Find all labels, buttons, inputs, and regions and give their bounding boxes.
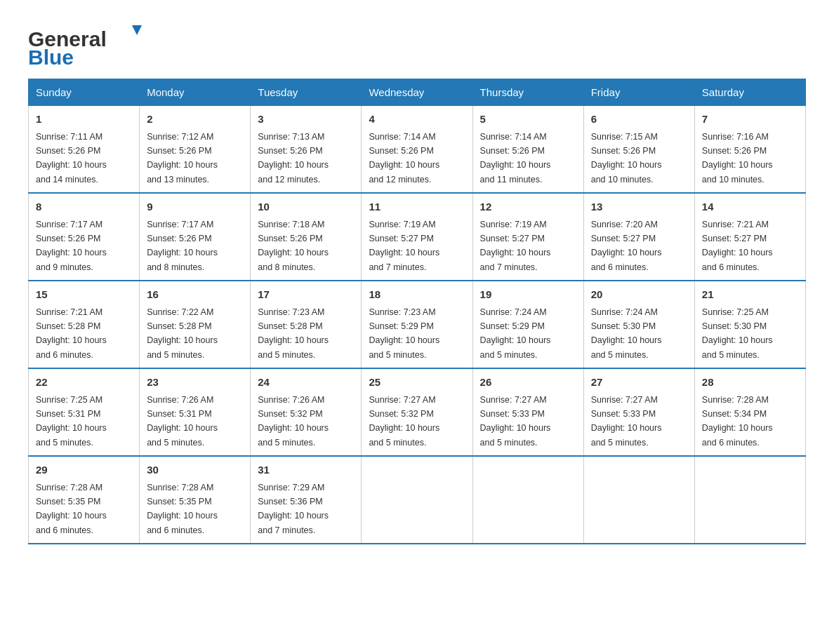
day-number: 17 (258, 287, 354, 303)
header-row: SundayMondayTuesdayWednesdayThursdayFrid… (29, 79, 806, 106)
day-number: 11 (369, 199, 465, 215)
day-number: 21 (702, 287, 798, 303)
day-info: Sunrise: 7:22 AMSunset: 5:28 PMDaylight:… (147, 307, 218, 360)
day-cell: 10 Sunrise: 7:18 AMSunset: 5:26 PMDaylig… (251, 193, 362, 281)
day-info: Sunrise: 7:25 AMSunset: 5:31 PMDaylight:… (36, 395, 107, 448)
day-info: Sunrise: 7:23 AMSunset: 5:29 PMDaylight:… (369, 307, 439, 360)
day-cell: 24 Sunrise: 7:26 AMSunset: 5:32 PMDaylig… (251, 368, 362, 456)
week-row-3: 15 Sunrise: 7:21 AMSunset: 5:28 PMDaylig… (29, 281, 806, 368)
day-cell (472, 456, 583, 544)
week-row-4: 22 Sunrise: 7:25 AMSunset: 5:31 PMDaylig… (29, 368, 806, 456)
day-info: Sunrise: 7:25 AMSunset: 5:30 PMDaylight:… (702, 307, 773, 360)
day-info: Sunrise: 7:29 AMSunset: 5:36 PMDaylight:… (258, 483, 329, 535)
day-number: 15 (36, 287, 132, 303)
week-row-5: 29 Sunrise: 7:28 AMSunset: 5:35 PMDaylig… (29, 456, 806, 544)
day-info: Sunrise: 7:24 AMSunset: 5:30 PMDaylight:… (591, 307, 662, 360)
day-info: Sunrise: 7:17 AMSunset: 5:26 PMDaylight:… (36, 220, 107, 272)
day-cell: 27 Sunrise: 7:27 AMSunset: 5:33 PMDaylig… (583, 368, 694, 456)
day-number: 16 (147, 287, 243, 303)
header-cell-monday: Monday (140, 79, 251, 106)
day-cell (583, 456, 694, 544)
calendar-header: SundayMondayTuesdayWednesdayThursdayFrid… (29, 79, 806, 106)
day-cell: 8 Sunrise: 7:17 AMSunset: 5:26 PMDayligh… (29, 193, 140, 281)
day-number: 26 (480, 375, 576, 391)
day-cell: 26 Sunrise: 7:27 AMSunset: 5:33 PMDaylig… (472, 368, 583, 456)
day-number: 27 (591, 375, 687, 391)
day-info: Sunrise: 7:15 AMSunset: 5:26 PMDaylight:… (591, 132, 662, 185)
calendar-body: 1 Sunrise: 7:11 AMSunset: 5:26 PMDayligh… (29, 106, 806, 544)
day-cell: 19 Sunrise: 7:24 AMSunset: 5:29 PMDaylig… (472, 281, 583, 368)
day-cell: 15 Sunrise: 7:21 AMSunset: 5:28 PMDaylig… (29, 281, 140, 368)
header-cell-friday: Friday (583, 79, 694, 106)
day-cell: 11 Sunrise: 7:19 AMSunset: 5:27 PMDaylig… (362, 193, 472, 281)
day-number: 5 (480, 112, 576, 128)
day-info: Sunrise: 7:28 AMSunset: 5:34 PMDaylight:… (702, 395, 773, 448)
day-number: 10 (258, 199, 354, 215)
svg-text:Blue: Blue (28, 46, 74, 65)
day-number: 8 (36, 199, 132, 215)
day-info: Sunrise: 7:17 AMSunset: 5:26 PMDaylight:… (147, 220, 218, 272)
day-number: 25 (369, 375, 465, 391)
week-row-1: 1 Sunrise: 7:11 AMSunset: 5:26 PMDayligh… (29, 106, 806, 194)
day-cell: 21 Sunrise: 7:25 AMSunset: 5:30 PMDaylig… (694, 281, 805, 368)
day-info: Sunrise: 7:12 AMSunset: 5:26 PMDaylight:… (147, 132, 218, 185)
day-info: Sunrise: 7:13 AMSunset: 5:26 PMDaylight:… (258, 132, 329, 185)
day-cell: 25 Sunrise: 7:27 AMSunset: 5:32 PMDaylig… (362, 368, 472, 456)
day-info: Sunrise: 7:21 AMSunset: 5:27 PMDaylight:… (702, 220, 773, 272)
day-number: 19 (480, 287, 576, 303)
day-number: 6 (591, 112, 687, 128)
day-number: 4 (369, 112, 465, 128)
day-cell: 5 Sunrise: 7:14 AMSunset: 5:26 PMDayligh… (472, 106, 583, 194)
day-info: Sunrise: 7:18 AMSunset: 5:26 PMDaylight:… (258, 220, 329, 272)
day-number: 18 (369, 287, 465, 303)
day-number: 24 (258, 375, 354, 391)
day-number: 12 (480, 199, 576, 215)
day-info: Sunrise: 7:19 AMSunset: 5:27 PMDaylight:… (369, 220, 439, 272)
day-info: Sunrise: 7:11 AMSunset: 5:26 PMDaylight:… (36, 132, 107, 185)
day-info: Sunrise: 7:26 AMSunset: 5:32 PMDaylight:… (258, 395, 329, 448)
day-cell: 23 Sunrise: 7:26 AMSunset: 5:31 PMDaylig… (140, 368, 251, 456)
day-cell: 13 Sunrise: 7:20 AMSunset: 5:27 PMDaylig… (583, 193, 694, 281)
day-info: Sunrise: 7:27 AMSunset: 5:32 PMDaylight:… (369, 395, 439, 448)
header-cell-tuesday: Tuesday (251, 79, 362, 106)
day-cell: 30 Sunrise: 7:28 AMSunset: 5:35 PMDaylig… (140, 456, 251, 544)
day-number: 14 (702, 199, 798, 215)
header-cell-thursday: Thursday (472, 79, 583, 106)
day-info: Sunrise: 7:27 AMSunset: 5:33 PMDaylight:… (591, 395, 662, 448)
day-cell: 29 Sunrise: 7:28 AMSunset: 5:35 PMDaylig… (29, 456, 140, 544)
day-number: 1 (36, 112, 132, 128)
day-info: Sunrise: 7:16 AMSunset: 5:26 PMDaylight:… (702, 132, 773, 185)
day-cell: 2 Sunrise: 7:12 AMSunset: 5:26 PMDayligh… (140, 106, 251, 194)
day-number: 30 (147, 462, 243, 478)
logo-svg: General Blue (28, 21, 144, 65)
day-cell: 16 Sunrise: 7:22 AMSunset: 5:28 PMDaylig… (140, 281, 251, 368)
day-cell: 6 Sunrise: 7:15 AMSunset: 5:26 PMDayligh… (583, 106, 694, 194)
day-info: Sunrise: 7:28 AMSunset: 5:35 PMDaylight:… (147, 483, 218, 535)
day-number: 20 (591, 287, 687, 303)
day-cell: 14 Sunrise: 7:21 AMSunset: 5:27 PMDaylig… (694, 193, 805, 281)
header-cell-sunday: Sunday (29, 79, 140, 106)
day-cell: 4 Sunrise: 7:14 AMSunset: 5:26 PMDayligh… (362, 106, 472, 194)
day-info: Sunrise: 7:14 AMSunset: 5:26 PMDaylight:… (369, 132, 439, 185)
day-info: Sunrise: 7:26 AMSunset: 5:31 PMDaylight:… (147, 395, 218, 448)
calendar-table: SundayMondayTuesdayWednesdayThursdayFrid… (28, 79, 806, 544)
day-cell (694, 456, 805, 544)
day-cell: 3 Sunrise: 7:13 AMSunset: 5:26 PMDayligh… (251, 106, 362, 194)
day-cell: 18 Sunrise: 7:23 AMSunset: 5:29 PMDaylig… (362, 281, 472, 368)
day-info: Sunrise: 7:21 AMSunset: 5:28 PMDaylight:… (36, 307, 107, 360)
day-info: Sunrise: 7:19 AMSunset: 5:27 PMDaylight:… (480, 220, 551, 272)
day-number: 31 (258, 462, 354, 478)
day-info: Sunrise: 7:14 AMSunset: 5:26 PMDaylight:… (480, 132, 551, 185)
day-cell: 31 Sunrise: 7:29 AMSunset: 5:36 PMDaylig… (251, 456, 362, 544)
day-info: Sunrise: 7:20 AMSunset: 5:27 PMDaylight:… (591, 220, 662, 272)
day-number: 22 (36, 375, 132, 391)
day-cell: 7 Sunrise: 7:16 AMSunset: 5:26 PMDayligh… (694, 106, 805, 194)
day-cell: 17 Sunrise: 7:23 AMSunset: 5:28 PMDaylig… (251, 281, 362, 368)
logo: General Blue (28, 21, 144, 65)
day-info: Sunrise: 7:28 AMSunset: 5:35 PMDaylight:… (36, 483, 107, 535)
day-info: Sunrise: 7:24 AMSunset: 5:29 PMDaylight:… (480, 307, 551, 360)
header-cell-wednesday: Wednesday (362, 79, 472, 106)
day-cell: 20 Sunrise: 7:24 AMSunset: 5:30 PMDaylig… (583, 281, 694, 368)
day-cell: 22 Sunrise: 7:25 AMSunset: 5:31 PMDaylig… (29, 368, 140, 456)
day-cell: 1 Sunrise: 7:11 AMSunset: 5:26 PMDayligh… (29, 106, 140, 194)
